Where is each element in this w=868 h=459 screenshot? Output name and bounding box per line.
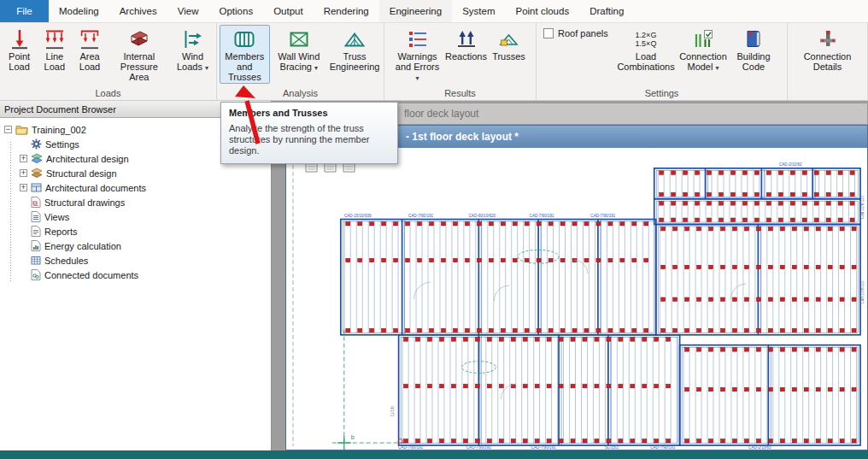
ribbon-group-loads: Point Load Line Load Area Load Internal …	[0, 23, 217, 100]
svg-text:CAD-7/90/191: CAD-7/90/191	[408, 214, 434, 218]
area-load-icon	[79, 27, 101, 51]
tab-drafting[interactable]: Drafting	[579, 0, 634, 22]
tab-archives[interactable]: Archives	[109, 0, 167, 22]
members-and-trusses-icon	[233, 27, 255, 51]
tree-item-label: Architectural design	[46, 154, 129, 164]
tree-item-schedules[interactable]: Schedules	[0, 253, 271, 268]
expand-icon[interactable]: +	[20, 184, 27, 191]
warnings-and-errors-label: Warnings and Errors	[396, 51, 439, 72]
area-load-button[interactable]: Area Load	[73, 25, 106, 74]
tab-output[interactable]: Output	[263, 0, 314, 22]
tab-engineering[interactable]: Engineering	[379, 0, 452, 22]
checkbox-icon[interactable]	[543, 28, 554, 38]
load-combinations-icon: 1.2×G 1.5×Q	[636, 27, 657, 51]
svg-text:CAD-15/10/939: CAD-15/10/939	[344, 214, 372, 218]
svg-text:CAD-60/10/620: CAD-60/10/620	[469, 214, 496, 218]
dropdown-caret-icon: ▾	[314, 64, 318, 72]
line-load-label: Line Load	[44, 51, 65, 72]
internal-pressure-area-button[interactable]: Internal Pressure Area	[108, 25, 170, 84]
load-combinations-label: Load Combinations	[617, 51, 674, 72]
warnings-and-errors-button[interactable]: Warnings and Errors ▾	[392, 25, 443, 85]
tab-view[interactable]: View	[167, 0, 209, 22]
ribbon-group-connection-details: Connection Details	[788, 23, 868, 100]
group-label-loads: Loads	[2, 87, 214, 100]
svg-text:CAD-7/90/191: CAD-7/90/191	[530, 214, 555, 218]
connection-model-icon	[692, 27, 714, 51]
building-code-button[interactable]: Building Code	[732, 25, 775, 74]
tree-item-structural-design[interactable]: +Structural design	[0, 166, 271, 180]
members-and-trusses-button[interactable]: Members and Trusses	[220, 25, 270, 84]
svg-text:b: b	[351, 434, 355, 440]
tree-item-connected-documents[interactable]: Connected documents	[0, 268, 271, 282]
tree-item-energy-calculation[interactable]: Energy calculation	[0, 238, 271, 253]
tab-file[interactable]: File	[0, 0, 49, 22]
tree-item-views[interactable]: Views	[0, 209, 271, 224]
bottom-panel-edge	[0, 450, 868, 459]
collapse-icon[interactable]: −	[4, 126, 12, 133]
tab-point-clouds[interactable]: Point clouds	[505, 0, 579, 22]
tab-modeling[interactable]: Modeling	[49, 0, 109, 22]
reactions-icon	[455, 27, 478, 51]
dropdown-caret-icon: ▾	[205, 64, 208, 72]
connection-model-button[interactable]: Connection Model ▾	[676, 25, 730, 75]
wall-wind-bracing-icon	[288, 27, 310, 51]
tree-guide-line	[10, 142, 11, 283]
building-code-label: Building Code	[736, 51, 770, 72]
svg-text:CAD-7/90/191: CAD-7/90/191	[650, 445, 676, 450]
load-combination-g: 1.2×G	[636, 31, 657, 39]
window-title-text: - 1st floor deck layout *	[406, 131, 519, 143]
energy-icon	[31, 240, 41, 251]
svg-text:CAD-7/90/191: CAD-7/90/191	[590, 214, 616, 218]
tree-item-label: Energy calculation	[44, 241, 121, 251]
dropdown-caret-icon: ▾	[415, 74, 419, 82]
ribbon-group-results: Warnings and Errors ▾ Reactions Trusses …	[384, 23, 537, 100]
svg-text:SL/15/2: SL/15/2	[605, 445, 619, 450]
trusses-button[interactable]: Trusses	[490, 25, 529, 63]
building-code-icon	[742, 27, 765, 51]
line-load-icon	[44, 27, 66, 51]
views-icon	[31, 211, 41, 222]
tree-item-architectural-documents[interactable]: +Architectural documents	[0, 180, 271, 195]
tree-item-label: Structural design	[46, 168, 117, 179]
drawing-window: - 1st floor deck layout * CAD-15/10/939C…	[285, 125, 868, 450]
warnings-and-errors-icon	[407, 27, 429, 51]
connected-icon	[31, 269, 41, 280]
svg-text:Cad 10/b/110: Cad 10/b/110	[860, 196, 865, 220]
gear-icon	[31, 138, 42, 150]
expand-icon[interactable]: +	[20, 155, 27, 162]
tree-item-structural-drawings[interactable]: Structural drawings	[0, 195, 271, 209]
drawing-canvas[interactable]: CAD-15/10/939CAD-7/90/191CAD-60/10/620CA…	[286, 148, 867, 450]
svg-text:CAD-7/90/191: CAD-7/90/191	[398, 445, 424, 450]
line-load-button[interactable]: Line Load	[38, 25, 71, 74]
annotation-arrow	[232, 84, 267, 147]
tab-options[interactable]: Options	[209, 0, 264, 22]
reports-icon	[31, 226, 41, 237]
roof-panels-checkbox[interactable]: Roof panels	[538, 25, 617, 38]
roof-panels-label: Roof panels	[558, 28, 608, 38]
point-load-button[interactable]: Point Load	[3, 25, 36, 74]
tree-item-label: Connected documents	[44, 270, 138, 280]
wall-wind-bracing-button[interactable]: Wall Wind Bracing ▾	[272, 25, 326, 75]
tree-item-label: Views	[44, 212, 69, 222]
tab-system[interactable]: System	[452, 0, 505, 22]
dropdown-caret-icon: ▾	[716, 64, 719, 72]
load-combination-q: 1.5×Q	[636, 39, 657, 48]
truss-engineering-icon	[343, 27, 366, 51]
group-label-results: Results	[386, 87, 534, 100]
tree-item-reports[interactable]: Reports	[0, 224, 271, 238]
wind-loads-button[interactable]: Wind Loads ▾	[172, 25, 214, 75]
floor-plan-svg: CAD-15/10/939CAD-7/90/191CAD-60/10/620CA…	[286, 148, 867, 450]
tab-rendering[interactable]: Rendering	[314, 0, 379, 22]
truss-engineering-label: Truss Engineering	[330, 51, 380, 72]
load-combinations-button[interactable]: 1.2×G 1.5×Q Load Combinations	[618, 25, 674, 74]
connection-details-button[interactable]: Connection Details	[799, 25, 857, 74]
expand-icon[interactable]: +	[20, 169, 27, 177]
reactions-button[interactable]: Reactions	[445, 25, 488, 63]
application-window: File Modeling Archives View Options Outp…	[0, 0, 868, 459]
wind-loads-icon	[182, 27, 204, 51]
schedules-icon	[31, 255, 41, 266]
truss-engineering-button[interactable]: Truss Engineering	[328, 25, 381, 74]
svg-text:11/1/b: 11/1/b	[390, 406, 395, 417]
reactions-label: Reactions	[445, 51, 487, 62]
svg-text:CAD-7/90/191: CAD-7/90/191	[531, 445, 557, 450]
